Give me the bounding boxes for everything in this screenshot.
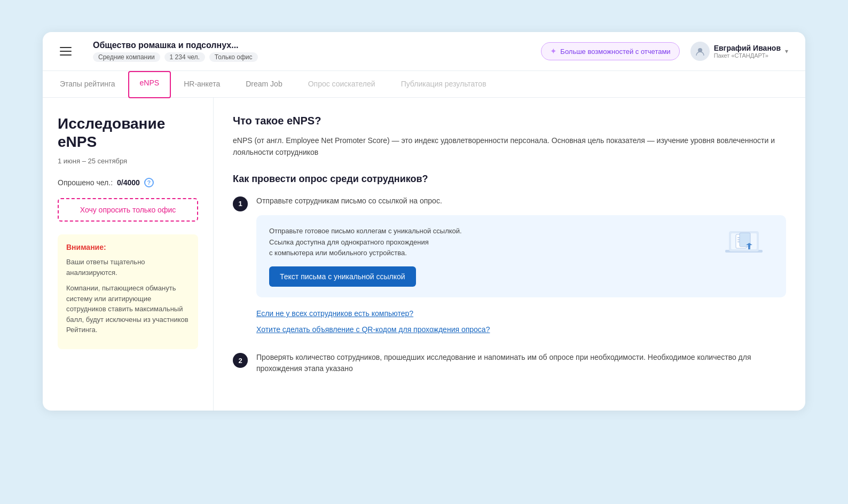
tag-office: Только офис: [209, 52, 258, 62]
card-line2: Ссылка доступна для однократного прохожд…: [269, 238, 429, 246]
how-title: Как провести опрос среди сотрудников?: [233, 174, 786, 185]
email-info-card: Отправьте готовое письмо коллегам с уник…: [256, 215, 786, 297]
step-2-content: Проверять количество сотрудников, прошед…: [256, 352, 786, 383]
what-desc: eNPS (от англ. Employee Net Promoter Sco…: [233, 135, 786, 159]
tab-dreamjob[interactable]: Dream Job: [233, 71, 295, 98]
qr-code-link[interactable]: Хотите сделать объявление с QR-кодом для…: [256, 325, 786, 334]
tab-survey: Опрос соискателей: [295, 71, 388, 98]
hamburger-menu[interactable]: [60, 47, 72, 56]
link-row: Если не у всех сотрудников есть компьюте…: [256, 309, 786, 334]
tab-stages[interactable]: Этапы рейтинга: [60, 71, 128, 98]
upgrade-label: Больше возможностей с отчетами: [560, 48, 670, 56]
tag-size: Средние компании: [93, 52, 160, 62]
nav-tabs: Этапы рейтинга eNPS HR-анкета Dream Job …: [43, 71, 805, 98]
warning-text-1: Ваши ответы тщательно анализируются.: [66, 257, 190, 278]
step-1-content: Отправьте сотрудникам письмо со ссылкой …: [256, 195, 786, 341]
warning-text-2: Компании, пытающиеся обмануть систему ил…: [66, 283, 190, 335]
user-name: Евграфий Иванов: [714, 44, 781, 52]
card-text: Отправьте готовое письмо коллегам с уник…: [269, 226, 704, 259]
step-2-number: 2: [233, 353, 248, 368]
tab-results: Публикация результатов: [388, 71, 499, 98]
tab-enps[interactable]: eNPS: [128, 71, 171, 98]
sidebar-dates: 1 июня – 25 сентября: [58, 157, 198, 165]
tab-hr[interactable]: HR-анкета: [171, 71, 233, 98]
info-icon[interactable]: ?: [144, 178, 154, 187]
company-info: Общество ромашка и подсолнух... Средние …: [93, 41, 530, 62]
step-1-text: Отправьте сотрудникам письмо со ссылкой …: [256, 195, 786, 207]
upgrade-button[interactable]: ✦ Больше возможностей с отчетами: [541, 42, 679, 60]
header: Общество ромашка и подсолнух... Средние …: [43, 32, 805, 71]
main-content: Что такое eNPS? eNPS (от англ. Employee …: [214, 98, 805, 411]
user-package: Пакет «СТАНДАРТ»: [714, 52, 781, 59]
survey-count: 0/4000: [117, 178, 140, 187]
company-name: Общество ромашка и подсолнух...: [93, 41, 530, 50]
survey-row: Опрошено чел.: 0/4000 ?: [58, 178, 198, 187]
card-line1: Отправьте готовое письмо коллегам с уник…: [269, 227, 462, 235]
email-link-button[interactable]: Текст письма с уникальной ссылкой: [269, 266, 416, 287]
sidebar: Исследование eNPS 1 июня – 25 сентября О…: [43, 98, 214, 411]
survey-label: Опрошено чел.:: [58, 178, 113, 187]
card-line3: с компьютера или мобильного устройства.: [269, 249, 407, 257]
company-tags: Средние компании 1 234 чел. Только офис: [93, 52, 530, 62]
main-card: Общество ромашка и подсолнух... Средние …: [43, 32, 805, 411]
step-1: 1 Отправьте сотрудникам письмо со ссылко…: [233, 195, 786, 341]
card-text-area: Отправьте готовое письмо коллегам с уник…: [269, 226, 704, 287]
avatar: [690, 42, 710, 61]
no-computer-link[interactable]: Если не у всех сотрудников есть компьюте…: [256, 309, 786, 318]
office-only-button[interactable]: Хочу опросить только офис: [58, 198, 198, 222]
step-1-number: 1: [233, 196, 248, 211]
star-icon: ✦: [550, 46, 557, 56]
sidebar-title: Исследование eNPS: [58, 115, 198, 151]
step-2: 2 Проверять количество сотрудников, прош…: [233, 352, 786, 383]
step-2-text: Проверять количество сотрудников, прошед…: [256, 352, 786, 374]
what-title: Что такое eNPS?: [233, 115, 786, 127]
chevron-down-icon: ▾: [785, 48, 788, 55]
laptop-illustration: [714, 226, 773, 269]
tag-count: 1 234 чел.: [164, 52, 205, 62]
user-info: Евграфий Иванов Пакет «СТАНДАРТ»: [714, 44, 781, 59]
warning-title: Внимание:: [66, 243, 190, 251]
user-section[interactable]: Евграфий Иванов Пакет «СТАНДАРТ» ▾: [690, 42, 788, 61]
warning-box: Внимание: Ваши ответы тщательно анализир…: [58, 234, 198, 349]
content-area: Исследование eNPS 1 июня – 25 сентября О…: [43, 98, 805, 411]
